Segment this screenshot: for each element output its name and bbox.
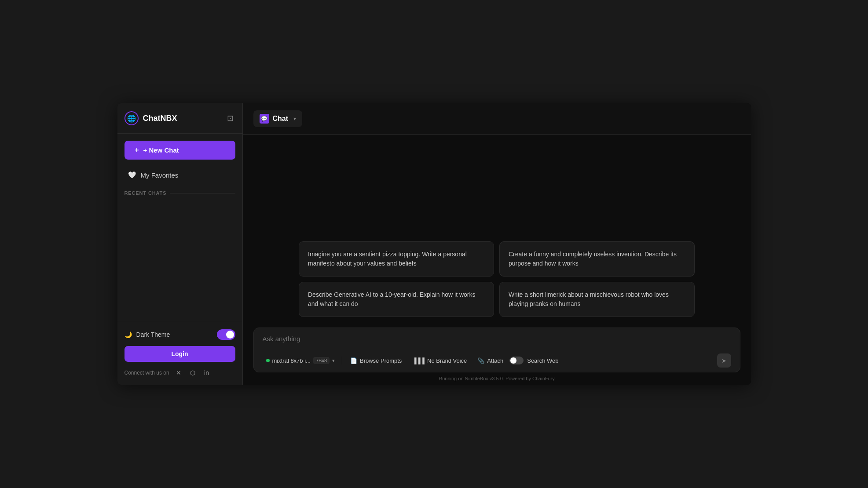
sidebar-footer: 🌙 Dark Theme Login Connect with us on ✕ … (117, 322, 242, 385)
model-status-dot (266, 359, 270, 362)
globe-icon: 🌐 (127, 114, 136, 123)
recent-chats-label: RECENT CHATS (125, 190, 235, 196)
prompt-area: Imagine you are a sentient pizza topping… (243, 135, 751, 328)
new-chat-button[interactable]: ＋ + New Chat (125, 141, 235, 160)
prompt-cards-grid: Imagine you are a sentient pizza topping… (299, 241, 695, 317)
model-chevron-icon: ▾ (332, 358, 335, 364)
recent-chats-section: RECENT CHATS (117, 183, 242, 199)
dark-theme-left: 🌙 Dark Theme (125, 331, 170, 338)
sidebar-header: 🌐 ChatNBX ⊡ (117, 103, 242, 134)
attach-button[interactable]: 📎 Attach (473, 355, 508, 366)
search-web-toggle[interactable]: Search Web (509, 357, 558, 364)
sidebar: 🌐 ChatNBX ⊡ ＋ + New Chat 🤍 My Favorites … (117, 103, 243, 385)
main-content: 💬 Chat ▾ Imagine you are a sentient pizz… (243, 103, 751, 385)
input-box: mixtral 8x7b i... 7Bx8 ▾ 📄 Browse Prompt… (253, 328, 740, 372)
send-button[interactable]: ➤ (717, 353, 731, 368)
input-area: mixtral 8x7b i... 7Bx8 ▾ 📄 Browse Prompt… (243, 328, 751, 372)
model-selector[interactable]: mixtral 8x7b i... 7Bx8 ▾ (263, 355, 339, 366)
mini-toggle-knob (510, 357, 516, 364)
moon-icon: 🌙 (125, 331, 132, 338)
send-icon: ➤ (722, 357, 726, 364)
chat-tab-label: Chat (273, 115, 289, 123)
discord-icon[interactable]: ⬡ (188, 368, 198, 378)
social-links: Connect with us on ✕ ⬡ in (125, 368, 235, 378)
document-icon: 📄 (350, 357, 357, 364)
linkedin-icon[interactable]: in (202, 368, 212, 378)
twitter-icon[interactable]: ✕ (174, 368, 183, 378)
prompt-card[interactable]: Describe Generative AI to a 10-year-old.… (299, 282, 494, 317)
brand-name: ChatNBX (143, 114, 177, 123)
model-badge: 7Bx8 (313, 357, 330, 364)
heart-icon: 🤍 (128, 171, 136, 179)
dark-theme-row: 🌙 Dark Theme (125, 329, 235, 340)
toggle-knob (226, 331, 234, 339)
no-brand-voice-button[interactable]: ▐▐▐ No Brand Voice (408, 355, 471, 366)
brand-icon: 🌐 (125, 111, 139, 125)
model-name-label: mixtral 8x7b i... (272, 357, 311, 364)
main-header: 💬 Chat ▾ (243, 103, 751, 135)
dark-theme-toggle[interactable] (217, 329, 235, 340)
chat-icon: 💬 (261, 116, 267, 122)
chat-tab[interactable]: 💬 Chat ▾ (253, 110, 303, 127)
brand: 🌐 ChatNBX (125, 111, 177, 125)
input-toolbar: mixtral 8x7b i... 7Bx8 ▾ 📄 Browse Prompt… (263, 353, 731, 368)
paperclip-icon: 📎 (477, 357, 484, 364)
prompt-card[interactable]: Create a funny and completely useless in… (499, 241, 695, 277)
chat-input[interactable] (263, 335, 731, 347)
my-favorites-item[interactable]: 🤍 My Favorites (121, 167, 239, 183)
plus-icon: ＋ (133, 146, 140, 154)
prompt-card[interactable]: Imagine you are a sentient pizza topping… (299, 241, 494, 277)
prompt-card[interactable]: Write a short limerick about a mischievo… (499, 282, 695, 317)
toolbar-divider (342, 357, 342, 364)
sidebar-toggle-button[interactable]: ⊡ (225, 112, 235, 125)
bars-icon: ▐▐▐ (412, 357, 425, 364)
chat-tab-icon: 💬 (260, 114, 269, 124)
browse-prompts-button[interactable]: 📄 Browse Prompts (346, 355, 406, 366)
login-button[interactable]: Login (125, 346, 235, 362)
status-bar: Running on NimbleBox v3.5.0. Powered by … (243, 372, 751, 385)
search-web-mini-toggle[interactable] (509, 357, 524, 364)
toggle-sidebar-icon: ⊡ (227, 114, 234, 123)
chevron-down-icon: ▾ (293, 116, 296, 122)
